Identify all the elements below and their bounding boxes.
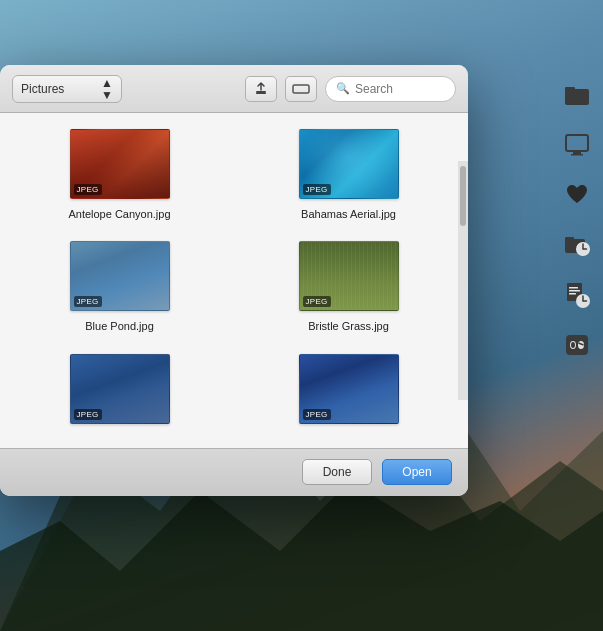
- monitor-icon: [563, 131, 591, 159]
- svg-rect-26: [293, 85, 309, 93]
- location-picker[interactable]: Pictures ▲ ▼: [12, 75, 122, 103]
- jpeg-badge: JPEG: [74, 296, 102, 307]
- file-item-bahamas[interactable]: JPEG Bahamas Aerial.jpg: [249, 129, 448, 221]
- jpeg-badge: JPEG: [74, 409, 102, 420]
- jpeg-badge: JPEG: [303, 184, 331, 195]
- svg-rect-25: [256, 93, 266, 94]
- file-thumbnail-6: JPEG: [299, 354, 399, 424]
- file-name-bluepond: Blue Pond.jpg: [85, 319, 154, 333]
- recent-doc-icon: [563, 281, 591, 309]
- file-grid: JPEG Antelope Canyon.jpg JPEG Bahamas Ae…: [0, 113, 468, 448]
- svg-rect-6: [566, 135, 588, 151]
- svg-rect-18: [566, 335, 588, 355]
- scrollbar-track: [458, 161, 468, 400]
- scrollbar-thumb[interactable]: [460, 166, 466, 226]
- sidebar-item-folder[interactable]: [555, 73, 599, 117]
- file-name-bahamas: Bahamas Aerial.jpg: [301, 207, 396, 221]
- open-button[interactable]: Open: [382, 459, 452, 485]
- back-button[interactable]: [285, 76, 317, 102]
- svg-rect-16: [569, 293, 576, 295]
- jpeg-badge: JPEG: [74, 184, 102, 195]
- file-item-bristle[interactable]: JPEG Bristle Grass.jpg: [249, 241, 448, 333]
- file-thumbnail-bristle: JPEG: [299, 241, 399, 311]
- sidebar-item-monitor[interactable]: [555, 123, 599, 167]
- recent-folder-icon: [563, 231, 591, 259]
- file-thumbnail-antelope: JPEG: [70, 129, 170, 199]
- folder-icon: [563, 81, 591, 109]
- file-item-bluepond[interactable]: JPEG Blue Pond.jpg: [20, 241, 219, 333]
- sidebar-item-favorites[interactable]: [555, 173, 599, 217]
- svg-rect-15: [569, 290, 580, 292]
- dialog-bottom-bar: Done Open: [0, 448, 468, 496]
- done-button[interactable]: Done: [302, 459, 372, 485]
- file-name-bristle: Bristle Grass.jpg: [308, 319, 389, 333]
- svg-point-20: [571, 342, 575, 348]
- location-label: Pictures: [21, 82, 97, 96]
- location-chevrons: ▲ ▼: [101, 77, 113, 101]
- sidebar-panel: [551, 65, 603, 375]
- rectangle-icon: [292, 83, 310, 95]
- finder-icon: [563, 331, 591, 359]
- svg-rect-8: [571, 154, 583, 156]
- search-input[interactable]: [355, 82, 445, 96]
- file-thumbnail-bluepond: JPEG: [70, 241, 170, 311]
- svg-rect-14: [569, 287, 578, 289]
- file-item-5[interactable]: JPEG: [20, 354, 219, 432]
- sidebar-item-recent-docs[interactable]: [555, 273, 599, 317]
- file-item-antelope[interactable]: JPEG Antelope Canyon.jpg: [20, 129, 219, 221]
- svg-rect-24: [256, 91, 266, 93]
- heart-icon: [563, 181, 591, 209]
- dialog-toolbar: Pictures ▲ ▼ 🔍: [0, 65, 468, 113]
- file-item-6[interactable]: JPEG: [249, 354, 448, 432]
- sidebar-item-recent-folder[interactable]: [555, 223, 599, 267]
- open-dialog: Pictures ▲ ▼ 🔍: [0, 65, 468, 496]
- search-box[interactable]: 🔍: [325, 76, 456, 102]
- sidebar-item-finder[interactable]: [555, 323, 599, 367]
- search-icon: 🔍: [336, 82, 350, 95]
- file-thumbnail-bahamas: JPEG: [299, 129, 399, 199]
- svg-rect-7: [573, 151, 581, 154]
- file-name-antelope: Antelope Canyon.jpg: [68, 207, 170, 221]
- svg-rect-4: [565, 89, 589, 105]
- svg-rect-5: [565, 87, 575, 91]
- jpeg-badge: JPEG: [303, 296, 331, 307]
- upload-button[interactable]: [245, 76, 277, 102]
- file-thumbnail-5: JPEG: [70, 354, 170, 424]
- jpeg-badge: JPEG: [303, 409, 331, 420]
- share-icon: [253, 81, 269, 97]
- svg-rect-10: [565, 237, 574, 241]
